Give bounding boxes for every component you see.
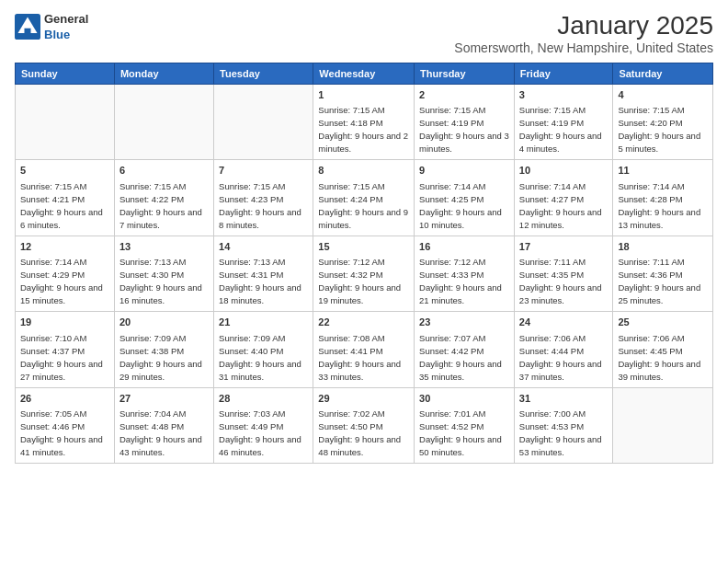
calendar-cell-w2-d3: 8 Sunrise: 7:15 AMSunset: 4:24 PMDayligh… <box>313 160 415 236</box>
day-info: Sunrise: 7:14 AMSunset: 4:29 PMDaylight:… <box>20 257 103 305</box>
day-info: Sunrise: 7:13 AMSunset: 4:30 PMDaylight:… <box>119 257 202 305</box>
col-monday: Monday <box>114 63 213 85</box>
calendar-cell-w5-d5: 31 Sunrise: 7:00 AMSunset: 4:53 PMDaylig… <box>514 387 613 463</box>
day-info: Sunrise: 7:07 AMSunset: 4:42 PMDaylight:… <box>419 333 502 382</box>
day-info: Sunrise: 7:08 AMSunset: 4:41 PMDaylight:… <box>318 333 401 382</box>
day-number: 12 <box>20 240 109 254</box>
calendar-cell-w4-d3: 22 Sunrise: 7:08 AMSunset: 4:41 PMDaylig… <box>313 312 415 387</box>
week-row-5: 26 Sunrise: 7:05 AMSunset: 4:46 PMDaylig… <box>16 387 713 463</box>
day-info: Sunrise: 7:15 AMSunset: 4:21 PMDaylight:… <box>20 181 103 230</box>
calendar-cell-w3-d5: 17 Sunrise: 7:11 AMSunset: 4:35 PMDaylig… <box>514 236 613 311</box>
day-number: 13 <box>119 240 209 254</box>
day-number: 10 <box>519 164 609 178</box>
col-sunday: Sunday <box>16 63 115 85</box>
logo: General Blue <box>15 11 88 42</box>
calendar-cell-w5-d2: 28 Sunrise: 7:03 AMSunset: 4:49 PMDaylig… <box>214 387 313 463</box>
logo-text: General Blue <box>44 11 88 42</box>
day-number: 19 <box>20 316 109 329</box>
calendar-cell-w3-d4: 16 Sunrise: 7:12 AMSunset: 4:33 PMDaylig… <box>415 236 515 311</box>
calendar-cell-w2-d2: 7 Sunrise: 7:15 AMSunset: 4:23 PMDayligh… <box>214 160 313 236</box>
header: General Blue January 2025 Somersworth, N… <box>15 11 713 55</box>
calendar-cell-w5-d3: 29 Sunrise: 7:02 AMSunset: 4:50 PMDaylig… <box>313 387 415 463</box>
day-info: Sunrise: 7:02 AMSunset: 4:50 PMDaylight:… <box>318 408 401 457</box>
day-info: Sunrise: 7:15 AMSunset: 4:19 PMDaylight:… <box>419 105 509 154</box>
calendar-cell-w2-d5: 10 Sunrise: 7:14 AMSunset: 4:27 PMDaylig… <box>514 160 613 236</box>
day-number: 1 <box>318 88 409 102</box>
day-number: 31 <box>519 392 609 406</box>
col-friday: Friday <box>514 63 613 85</box>
day-number: 16 <box>419 240 509 254</box>
calendar-cell-w4-d5: 24 Sunrise: 7:06 AMSunset: 4:44 PMDaylig… <box>514 312 613 387</box>
calendar-cell-w3-d6: 18 Sunrise: 7:11 AMSunset: 4:36 PMDaylig… <box>613 236 713 311</box>
day-info: Sunrise: 7:15 AMSunset: 4:24 PMDaylight:… <box>318 181 408 230</box>
calendar-cell-w2-d4: 9 Sunrise: 7:14 AMSunset: 4:25 PMDayligh… <box>415 160 515 236</box>
location-subtitle: Somersworth, New Hampshire, United State… <box>454 40 713 55</box>
day-number: 4 <box>618 88 708 102</box>
day-info: Sunrise: 7:01 AMSunset: 4:52 PMDaylight:… <box>419 408 502 457</box>
col-tuesday: Tuesday <box>214 63 313 85</box>
day-number: 26 <box>20 392 109 406</box>
day-info: Sunrise: 7:14 AMSunset: 4:25 PMDaylight:… <box>419 181 502 230</box>
day-number: 14 <box>219 240 308 254</box>
day-info: Sunrise: 7:12 AMSunset: 4:33 PMDaylight:… <box>419 257 502 305</box>
calendar-cell-w1-d5: 3 Sunrise: 7:15 AMSunset: 4:19 PMDayligh… <box>514 85 613 160</box>
calendar-cell-w3-d0: 12 Sunrise: 7:14 AMSunset: 4:29 PMDaylig… <box>16 236 115 311</box>
week-row-2: 5 Sunrise: 7:15 AMSunset: 4:21 PMDayligh… <box>16 160 713 236</box>
calendar-cell-w5-d6 <box>613 387 713 463</box>
calendar-cell-w5-d4: 30 Sunrise: 7:01 AMSunset: 4:52 PMDaylig… <box>415 387 515 463</box>
calendar-cell-w3-d3: 15 Sunrise: 7:12 AMSunset: 4:32 PMDaylig… <box>313 236 415 311</box>
calendar-cell-w2-d0: 5 Sunrise: 7:15 AMSunset: 4:21 PMDayligh… <box>16 160 115 236</box>
calendar-cell-w4-d0: 19 Sunrise: 7:10 AMSunset: 4:37 PMDaylig… <box>16 312 115 387</box>
day-info: Sunrise: 7:09 AMSunset: 4:40 PMDaylight:… <box>219 333 301 382</box>
day-number: 23 <box>419 316 509 329</box>
day-info: Sunrise: 7:12 AMSunset: 4:32 PMDaylight:… <box>318 257 401 305</box>
day-number: 25 <box>618 316 708 329</box>
day-info: Sunrise: 7:15 AMSunset: 4:19 PMDaylight:… <box>519 105 602 154</box>
calendar-cell-w2-d6: 11 Sunrise: 7:14 AMSunset: 4:28 PMDaylig… <box>613 160 713 236</box>
calendar-cell-w2-d1: 6 Sunrise: 7:15 AMSunset: 4:22 PMDayligh… <box>114 160 213 236</box>
day-number: 17 <box>519 240 609 254</box>
day-info: Sunrise: 7:15 AMSunset: 4:23 PMDaylight:… <box>219 181 301 230</box>
day-info: Sunrise: 7:14 AMSunset: 4:27 PMDaylight:… <box>519 181 602 230</box>
calendar-cell-w4-d4: 23 Sunrise: 7:07 AMSunset: 4:42 PMDaylig… <box>415 312 515 387</box>
day-number: 7 <box>219 164 308 178</box>
calendar-cell-w1-d6: 4 Sunrise: 7:15 AMSunset: 4:20 PMDayligh… <box>613 85 713 160</box>
svg-rect-2 <box>25 29 31 33</box>
calendar-cell-w1-d0 <box>16 85 115 160</box>
page: General Blue January 2025 Somersworth, N… <box>0 0 728 563</box>
day-number: 9 <box>419 164 509 178</box>
day-number: 24 <box>519 316 609 329</box>
col-saturday: Saturday <box>613 63 713 85</box>
day-number: 29 <box>318 392 409 406</box>
calendar-cell-w5-d0: 26 Sunrise: 7:05 AMSunset: 4:46 PMDaylig… <box>16 387 115 463</box>
day-info: Sunrise: 7:15 AMSunset: 4:18 PMDaylight:… <box>318 105 408 154</box>
col-thursday: Thursday <box>415 63 515 85</box>
calendar-cell-w5-d1: 27 Sunrise: 7:04 AMSunset: 4:48 PMDaylig… <box>114 387 213 463</box>
calendar-cell-w1-d2 <box>214 85 313 160</box>
day-number: 15 <box>318 240 409 254</box>
day-info: Sunrise: 7:11 AMSunset: 4:35 PMDaylight:… <box>519 257 602 305</box>
day-info: Sunrise: 7:13 AMSunset: 4:31 PMDaylight:… <box>219 257 301 305</box>
day-number: 27 <box>119 392 209 406</box>
day-info: Sunrise: 7:00 AMSunset: 4:53 PMDaylight:… <box>519 408 602 457</box>
logo-general: General <box>44 11 88 27</box>
day-number: 5 <box>20 164 109 178</box>
day-number: 30 <box>419 392 509 406</box>
logo-blue: Blue <box>44 27 88 42</box>
day-number: 20 <box>119 316 209 329</box>
day-info: Sunrise: 7:15 AMSunset: 4:22 PMDaylight:… <box>119 181 202 230</box>
day-info: Sunrise: 7:11 AMSunset: 4:36 PMDaylight:… <box>618 257 700 305</box>
calendar-header-row: Sunday Monday Tuesday Wednesday Thursday… <box>16 63 713 85</box>
day-number: 22 <box>318 316 409 329</box>
week-row-4: 19 Sunrise: 7:10 AMSunset: 4:37 PMDaylig… <box>16 312 713 387</box>
calendar-cell-w3-d2: 14 Sunrise: 7:13 AMSunset: 4:31 PMDaylig… <box>214 236 313 311</box>
week-row-1: 1 Sunrise: 7:15 AMSunset: 4:18 PMDayligh… <box>16 85 713 160</box>
title-block: January 2025 Somersworth, New Hampshire,… <box>454 11 713 55</box>
calendar-cell-w1-d1 <box>114 85 213 160</box>
day-info: Sunrise: 7:05 AMSunset: 4:46 PMDaylight:… <box>20 408 103 457</box>
day-number: 21 <box>219 316 308 329</box>
day-number: 11 <box>618 164 708 178</box>
day-number: 2 <box>419 88 509 102</box>
day-info: Sunrise: 7:09 AMSunset: 4:38 PMDaylight:… <box>119 333 202 382</box>
day-info: Sunrise: 7:15 AMSunset: 4:20 PMDaylight:… <box>618 105 700 154</box>
